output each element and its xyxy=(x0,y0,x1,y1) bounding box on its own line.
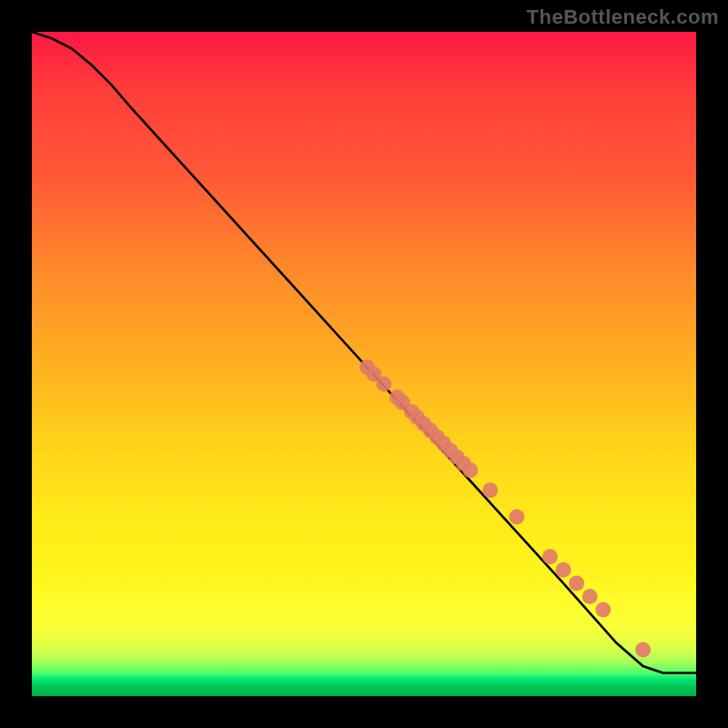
performance-curve xyxy=(32,32,696,673)
data-point xyxy=(556,562,571,578)
data-point xyxy=(569,575,584,591)
data-point xyxy=(542,549,558,564)
data-point xyxy=(482,482,498,498)
data-point xyxy=(635,642,651,657)
chart-overlay xyxy=(32,32,696,696)
data-point xyxy=(376,376,391,391)
chart-stage: TheBottleneck.com xyxy=(0,0,728,728)
watermark: TheBottleneck.com xyxy=(527,5,719,29)
data-points xyxy=(359,359,651,657)
data-point xyxy=(509,509,524,524)
data-point xyxy=(582,589,598,604)
data-point xyxy=(595,602,611,618)
data-point xyxy=(462,462,478,478)
